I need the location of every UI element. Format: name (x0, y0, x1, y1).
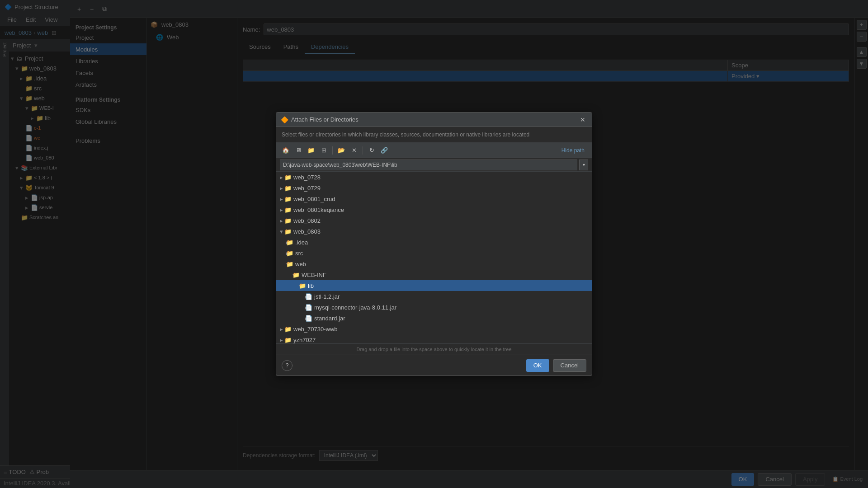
path-dropdown-button[interactable]: ▾ (579, 160, 588, 170)
link-button[interactable]: 🔗 (378, 145, 390, 156)
path-input[interactable] (280, 160, 577, 170)
dialog-title: Attach Files or Directories (291, 116, 578, 123)
dialog-tree-yzh7027[interactable]: ▸📁yzh7027 (276, 334, 592, 343)
dialog-tree-standard[interactable]: ▸📄standard.jar (276, 313, 592, 324)
dialog-titlebar: 🔶 Attach Files or Directories ✕ (276, 113, 592, 127)
dialog-toolbar: 🏠 🖥 📁 ⊞ 📂 ✕ ↻ 🔗 Hide path (276, 143, 592, 158)
dialog-actions-right: OK Cancel (526, 359, 586, 372)
dialog-actions: ? OK Cancel (276, 355, 592, 375)
dialog-tree: ▸📁web_0728 ▸📁web_0729 ▸📁web_0801_crud ▸📁… (276, 172, 592, 343)
dialog-cancel-button[interactable]: Cancel (553, 359, 586, 372)
dialog-tree-idea[interactable]: ▸📁.idea (276, 237, 592, 248)
toolbar-separator-1 (332, 146, 333, 155)
dialog-tree-lib[interactable]: ▾📁lib (276, 280, 592, 291)
dialog-tree-web0729[interactable]: ▸📁web_0729 (276, 183, 592, 193)
dialog-ok-button[interactable]: OK (526, 359, 549, 372)
refresh-button[interactable]: ↻ (366, 145, 377, 156)
desktop-button[interactable]: 🖥 (292, 145, 304, 156)
dialog-tree-mysql[interactable]: ▸📄mysql-connector-java-8.0.11.jar (276, 302, 592, 313)
dialog-help-button[interactable]: ? (282, 360, 292, 371)
dialog-tree-web0801crud[interactable]: ▸📁web_0801_crud (276, 193, 592, 204)
modal-overlay: 🔶 Attach Files or Directories ✕ Select f… (0, 0, 868, 488)
dialog-tree-web0801keq[interactable]: ▸📁web_0801keqiance (276, 204, 592, 215)
dialog-tree-webinf[interactable]: ▾📁WEB-INF (276, 269, 592, 280)
attach-dialog: 🔶 Attach Files or Directories ✕ Select f… (276, 112, 592, 376)
dialog-subtitle: Select files or directories in which lib… (276, 127, 592, 143)
dialog-path-bar: ▾ (276, 158, 592, 172)
dialog-drag-hint: Drag and drop a file into the space abov… (276, 343, 592, 355)
dialog-tree-web0803[interactable]: ▾📁web_0803 (276, 226, 592, 237)
refresh-collapse-button[interactable]: 📂 (335, 145, 347, 156)
hide-path-link[interactable]: Hide path (561, 147, 588, 154)
dialog-tree-web70730[interactable]: ▸📁web_70730-wwb (276, 324, 592, 334)
new-folder-button[interactable]: 📁 (305, 145, 317, 156)
home-button[interactable]: 🏠 (280, 145, 292, 156)
toolbar-separator-2 (363, 146, 363, 155)
dialog-icon: 🔶 (281, 116, 288, 123)
dialog-tree-web-inner[interactable]: ▾📁web (276, 258, 592, 269)
dialog-tree-jstl[interactable]: ▸📄jstl-1.2.jar (276, 291, 592, 302)
dialog-tree-web0802[interactable]: ▸📁web_0802 (276, 215, 592, 226)
dialog-tree-src[interactable]: ▸📁src (276, 248, 592, 258)
delete-button[interactable]: ✕ (348, 145, 360, 156)
dialog-close-button[interactable]: ✕ (578, 115, 587, 124)
expand-button[interactable]: ⊞ (318, 145, 330, 156)
dialog-tree-web0728[interactable]: ▸📁web_0728 (276, 172, 592, 183)
